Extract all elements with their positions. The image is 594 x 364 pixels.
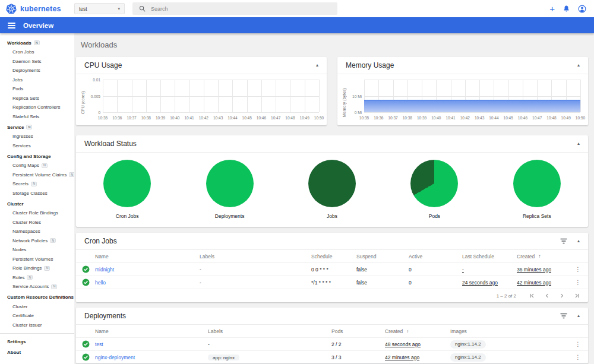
sidebar-item-service-accounts[interactable]: Service AccountsN: [0, 282, 74, 292]
sidebar-item-storage-classes[interactable]: Storage Classes: [0, 189, 74, 198]
kubernetes-brand[interactable]: kubernetes: [0, 4, 74, 14]
collapse-card-icon[interactable]: ▴: [577, 141, 580, 146]
deployment-link[interactable]: nginx-deployment: [95, 354, 135, 360]
y-tick: 0 Mi: [346, 110, 362, 115]
first-page-icon[interactable]: [529, 293, 535, 299]
collapse-card-icon[interactable]: ▴: [316, 63, 318, 68]
sidebar-item-replica-sets[interactable]: Replica Sets: [0, 94, 74, 103]
filter-list-icon[interactable]: [560, 238, 567, 244]
column-header-suspend[interactable]: Suspend: [356, 254, 409, 259]
column-header-created[interactable]: Created↑: [517, 254, 570, 259]
brand-name: kubernetes: [20, 5, 61, 13]
sidebar-group-workloads[interactable]: Workloads N: [0, 38, 74, 48]
cell-labels: -: [200, 267, 311, 273]
cron-jobs-card: Cron Jobs ▴ Name Labels Schedule Suspend…: [76, 233, 588, 302]
column-header-labels[interactable]: Labels: [200, 254, 311, 259]
collapse-card-icon[interactable]: ▴: [577, 239, 580, 243]
sidebar-item-persistent-volume-claims[interactable]: Persistent Volume ClaimsN: [0, 170, 74, 180]
sidebar-item-role-bindings[interactable]: Role BindingsN: [0, 264, 74, 273]
column-header-labels[interactable]: Labels: [208, 328, 331, 334]
column-header-pods[interactable]: Pods: [331, 328, 385, 334]
pods-pie-chart[interactable]: [410, 160, 458, 207]
column-header-images[interactable]: Images: [450, 328, 570, 334]
filter-list-icon[interactable]: [560, 313, 567, 319]
image-chip: nginx:1.14.2: [450, 340, 486, 349]
sidebar-group-service[interactable]: Service N: [0, 122, 74, 132]
sidebar-item-namespaces[interactable]: Namespaces: [0, 227, 74, 236]
sidebar-item-jobs[interactable]: Jobs: [0, 75, 74, 85]
sidebar-item-crd-cluster-issuer[interactable]: Cluster Issuer: [0, 321, 74, 330]
sidebar-item-deployments[interactable]: Deployments: [0, 66, 74, 75]
sidebar-item-crd-certificate[interactable]: Certificate: [0, 311, 74, 321]
sidebar-item-config-maps[interactable]: Config MapsN: [0, 161, 74, 170]
sidebar-group-custom-resource-definitions[interactable]: Custom Resource Definitions: [0, 293, 74, 302]
column-header-schedule[interactable]: Schedule: [311, 254, 356, 259]
cron-jobs-pie-chart[interactable]: [103, 160, 151, 207]
memory-series-area: [364, 100, 580, 112]
column-header-last-schedule[interactable]: Last Schedule: [462, 254, 517, 259]
deployment-row-nginx-deployment: nginx-deployment app: nginx 3 / 3 42 min…: [76, 350, 588, 363]
column-header-active[interactable]: Active: [409, 254, 462, 259]
sidebar-item-cron-jobs[interactable]: Cron Jobs: [0, 48, 74, 57]
sidebar-item-replication-controllers[interactable]: Replication Controllers: [0, 103, 74, 112]
namespace-selector[interactable]: test ▾: [74, 3, 125, 14]
pie-label: Replica Sets: [523, 213, 551, 219]
sidebar-item-crd-cluster[interactable]: Cluster: [0, 302, 74, 312]
cron-jobs-title: Cron Jobs: [84, 237, 117, 245]
deployments-title: Deployments: [84, 312, 126, 320]
cpu-chart: 0.01 0.005 0 10:3510:3610:3710:3810:3910…: [85, 77, 321, 121]
create-resource-button[interactable]: +: [549, 5, 555, 13]
pie-jobs: Jobs: [281, 160, 383, 219]
namespaced-badge: N: [69, 172, 74, 177]
cron-job-link[interactable]: hello: [95, 280, 106, 286]
sidebar-item-roles[interactable]: RolesN: [0, 273, 74, 283]
search-bar[interactable]: [132, 2, 337, 15]
row-actions-menu-icon[interactable]: ⋮: [570, 279, 581, 286]
column-header-created[interactable]: Created↑: [385, 328, 450, 334]
pie-label: Deployments: [215, 213, 245, 219]
sidebar-item-about[interactable]: About: [0, 347, 74, 357]
sidebar-group-config-and-storage[interactable]: Config and Storage: [0, 151, 74, 161]
sidebar-item-daemon-sets[interactable]: Daemon Sets: [0, 57, 74, 67]
sidebar-item-ingresses[interactable]: Ingresses: [0, 132, 74, 141]
next-page-icon[interactable]: [559, 293, 565, 299]
sidebar-item-pods[interactable]: Pods: [0, 84, 74, 94]
namespaced-badge: N: [51, 284, 57, 289]
sidebar-item-stateful-sets[interactable]: Stateful Sets: [0, 112, 74, 122]
menu-icon[interactable]: [8, 21, 15, 30]
sidebar-item-cluster-roles[interactable]: Cluster Roles: [0, 218, 74, 227]
user-profile-icon[interactable]: [578, 5, 586, 13]
column-header-name[interactable]: Name: [95, 328, 208, 334]
workload-status-title: Workload Status: [84, 140, 137, 148]
jobs-pie-chart[interactable]: [308, 160, 356, 207]
sidebar-item-network-policies[interactable]: Network PoliciesN: [0, 236, 74, 246]
last-page-icon[interactable]: [574, 293, 580, 299]
row-actions-menu-icon[interactable]: ⋮: [570, 341, 581, 347]
row-actions-menu-icon[interactable]: ⋮: [570, 266, 581, 273]
cell-suspend: false: [356, 280, 409, 286]
sidebar-item-cluster-role-bindings[interactable]: Cluster Role Bindings: [0, 208, 74, 218]
notifications-bell-icon[interactable]: [563, 5, 570, 12]
deployment-link[interactable]: test: [95, 341, 103, 347]
collapse-card-icon[interactable]: ▴: [577, 63, 580, 68]
replica-sets-pie-chart[interactable]: [513, 160, 561, 207]
previous-page-icon[interactable]: [544, 293, 550, 299]
sidebar-item-persistent-volumes[interactable]: Persistent Volumes: [0, 255, 74, 264]
row-actions-menu-icon[interactable]: ⋮: [570, 354, 581, 360]
sidebar-group-cluster[interactable]: Cluster: [0, 199, 74, 208]
sidebar-item-services[interactable]: Services: [0, 141, 74, 151]
deployments-pie-chart[interactable]: [206, 160, 254, 207]
namespaced-badge: N: [44, 266, 50, 271]
sidebar-item-settings[interactable]: Settings: [0, 337, 74, 346]
sidebar-divider: [0, 333, 74, 334]
collapse-card-icon[interactable]: ▴: [577, 314, 580, 318]
search-input[interactable]: [151, 6, 331, 12]
sidebar-item-nodes[interactable]: Nodes: [0, 245, 74, 255]
header-actions: +: [549, 5, 594, 13]
pie-label: Cron Jobs: [116, 213, 139, 219]
cell-pods: 2 / 2: [331, 341, 385, 347]
sidebar-item-secrets[interactable]: SecretsN: [0, 179, 74, 189]
namespace-value: test: [79, 6, 87, 12]
cron-job-link[interactable]: midnight: [95, 267, 114, 273]
column-header-name[interactable]: Name: [95, 254, 200, 259]
